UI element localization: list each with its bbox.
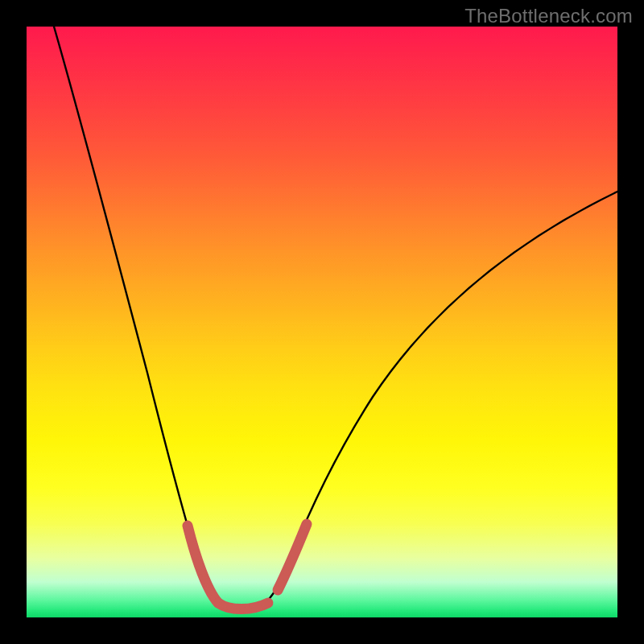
bottleneck-curve <box>54 27 617 609</box>
highlight-right-segment <box>278 524 307 590</box>
highlight-left-segment <box>188 526 218 603</box>
chart-curve-svg <box>27 27 617 617</box>
highlight-bottom-segment <box>218 603 268 609</box>
watermark-text: TheBottleneck.com <box>464 5 633 27</box>
chart-frame <box>27 27 617 617</box>
